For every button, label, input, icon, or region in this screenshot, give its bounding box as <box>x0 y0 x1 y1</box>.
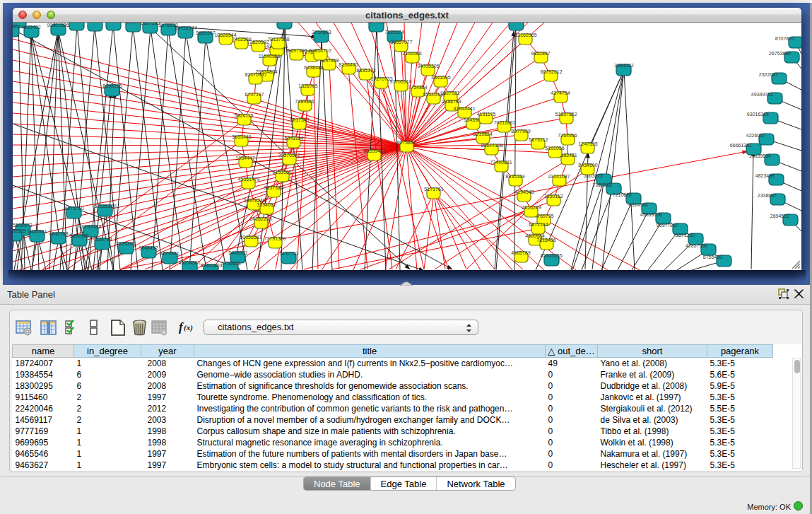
svg-text:45833156: 45833156 <box>640 212 662 217</box>
svg-text:9153566: 9153566 <box>272 170 291 175</box>
svg-text:6292423: 6292423 <box>81 224 100 229</box>
svg-text:94705205: 94705205 <box>417 64 439 69</box>
svg-text:1054447: 1054447 <box>235 156 254 160</box>
svg-text:39557077: 39557077 <box>390 40 412 45</box>
svg-text:8106470: 8106470 <box>339 62 358 67</box>
svg-text:2714803: 2714803 <box>312 30 331 35</box>
svg-text:90801586: 90801586 <box>47 23 69 28</box>
svg-text:(x): (x) <box>184 323 193 332</box>
svg-text:4841005: 4841005 <box>431 75 450 80</box>
svg-text:8755439: 8755439 <box>703 255 722 259</box>
svg-text:2694522: 2694522 <box>770 214 789 218</box>
svg-text:7374122: 7374122 <box>367 23 386 24</box>
svg-text:4374754: 4374754 <box>551 90 570 95</box>
svg-text:49349722: 49349722 <box>751 92 773 97</box>
svg-text:4903402: 4903402 <box>21 25 40 30</box>
svg-text:7022674: 7022674 <box>384 30 404 35</box>
svg-text:96977837: 96977837 <box>657 223 678 228</box>
svg-text:85345555: 85345555 <box>540 253 562 258</box>
svg-text:5491946: 5491946 <box>69 233 88 238</box>
svg-text:55540424: 55540424 <box>423 92 445 97</box>
svg-text:7700828: 7700828 <box>221 261 240 266</box>
svg-text:41944441: 41944441 <box>453 106 475 111</box>
svg-text:5667265: 5667265 <box>141 23 160 25</box>
svg-text:3219824: 3219824 <box>473 132 492 136</box>
svg-text:7120868: 7120868 <box>593 182 612 187</box>
svg-text:8698256: 8698256 <box>102 83 122 88</box>
svg-text:8835373: 8835373 <box>356 68 375 73</box>
svg-text:4191175: 4191175 <box>477 112 496 117</box>
svg-text:4823498: 4823498 <box>755 173 775 178</box>
svg-text:4514944: 4514944 <box>629 202 648 207</box>
svg-text:5137722: 5137722 <box>279 251 298 256</box>
svg-text:2338687: 2338687 <box>758 193 777 198</box>
svg-text:5443951: 5443951 <box>228 250 247 255</box>
svg-text:78137358: 78137358 <box>267 37 289 42</box>
svg-text:86644106: 86644106 <box>481 143 502 148</box>
svg-text:8077999: 8077999 <box>511 129 530 134</box>
svg-text:52235350: 52235350 <box>94 204 116 209</box>
svg-text:45351479: 45351479 <box>237 177 259 182</box>
svg-text:93016315: 93016315 <box>747 112 769 117</box>
svg-text:3871230: 3871230 <box>676 233 695 238</box>
svg-text:8707870: 8707870 <box>775 36 794 41</box>
svg-text:7754864: 7754864 <box>408 85 427 90</box>
svg-text:8935169: 8935169 <box>505 174 524 179</box>
svg-text:2525206: 2525206 <box>116 241 135 246</box>
svg-text:4698379: 4698379 <box>123 23 142 24</box>
svg-text:5041154: 5041154 <box>285 136 304 141</box>
svg-text:1247595: 1247595 <box>578 141 597 146</box>
svg-text:7818496: 7818496 <box>536 238 555 243</box>
svg-text:51837852: 51837852 <box>555 112 577 117</box>
svg-text:73440831: 73440831 <box>490 160 512 165</box>
svg-text:11540956: 11540956 <box>259 54 281 59</box>
svg-text:2839607: 2839607 <box>13 24 21 29</box>
svg-text:32162965: 32162965 <box>514 33 536 37</box>
svg-text:4679591: 4679591 <box>160 251 179 256</box>
svg-text:8434500: 8434500 <box>578 163 597 168</box>
svg-text:4965789: 4965789 <box>511 250 530 255</box>
svg-text:2626229: 2626229 <box>522 205 541 210</box>
svg-text:5191056: 5191056 <box>545 146 564 151</box>
svg-text:70211891: 70211891 <box>494 120 516 125</box>
svg-text:5528972: 5528972 <box>13 223 32 228</box>
svg-text:26753883: 26753883 <box>769 51 791 56</box>
svg-text:1326765: 1326765 <box>298 83 317 88</box>
svg-text:2191066: 2191066 <box>402 51 421 56</box>
svg-text:3030113: 3030113 <box>544 194 563 199</box>
svg-text:4226067: 4226067 <box>746 133 765 138</box>
svg-text:50056581: 50056581 <box>240 235 261 240</box>
svg-text:23141087: 23141087 <box>548 174 570 179</box>
svg-text:9075854: 9075854 <box>396 140 416 145</box>
svg-text:9548432: 9548432 <box>139 245 158 250</box>
svg-text:3154051: 3154051 <box>257 202 276 207</box>
svg-text:67854710: 67854710 <box>309 48 331 53</box>
svg-text:66792612: 66792612 <box>540 69 562 74</box>
svg-text:88461803: 88461803 <box>200 263 222 268</box>
svg-text:6438436: 6438436 <box>304 65 323 70</box>
svg-text:97226012: 97226012 <box>83 23 105 23</box>
svg-text:7089806: 7089806 <box>295 99 314 104</box>
svg-text:6440561: 6440561 <box>28 229 47 234</box>
svg-text:66661351: 66661351 <box>730 143 752 148</box>
svg-text:84752529: 84752529 <box>13 228 26 233</box>
svg-text:9937326: 9937326 <box>264 185 283 190</box>
svg-text:5924115: 5924115 <box>235 113 254 118</box>
svg-text:5673212: 5673212 <box>529 137 548 142</box>
svg-text:66722344: 66722344 <box>175 25 196 30</box>
svg-text:42857966: 42857966 <box>686 243 707 248</box>
svg-text:3684052: 3684052 <box>614 63 633 68</box>
svg-text:45264581: 45264581 <box>178 260 200 265</box>
svg-text:5661907: 5661907 <box>196 30 215 35</box>
svg-text:3653446: 3653446 <box>232 134 251 139</box>
svg-text:2322047: 2322047 <box>759 72 778 77</box>
svg-text:7210606: 7210606 <box>613 192 632 197</box>
svg-text:9852897: 9852897 <box>531 51 550 56</box>
svg-text:20570592: 20570592 <box>278 153 300 158</box>
svg-text:5017343: 5017343 <box>290 117 309 122</box>
svg-text:2188789: 2188789 <box>442 99 461 104</box>
svg-text:23209423: 23209423 <box>363 148 385 153</box>
svg-text:24282218: 24282218 <box>249 216 271 221</box>
svg-text:6707197: 6707197 <box>245 92 264 97</box>
svg-text:4539704: 4539704 <box>93 237 112 242</box>
